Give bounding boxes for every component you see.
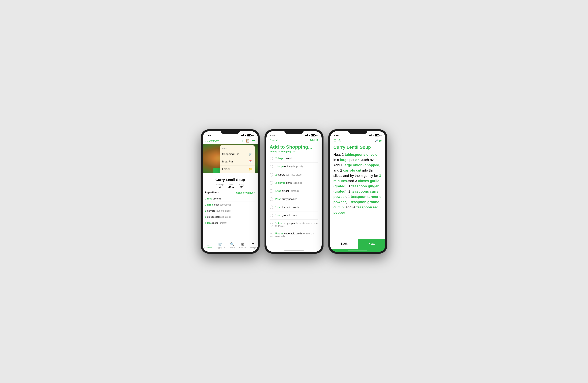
- shopping-nav: Cancel Add 17: [266, 138, 322, 144]
- phone2-content: Cancel Add 17 Add to Shopping... Adding …: [266, 138, 322, 252]
- dropdown-item-meal-plan[interactable]: Meal Plan 📅: [220, 158, 255, 166]
- tab-settings[interactable]: ⚙ Settings: [250, 242, 256, 249]
- checkbox[interactable]: [270, 233, 273, 237]
- tab-cookbook[interactable]: ☰ Cookbook: [205, 242, 212, 249]
- ingredient-item: 1 large onion (chopped): [205, 202, 255, 208]
- battery-fill: [312, 135, 314, 136]
- signal-bar: [240, 136, 241, 136]
- checkbox[interactable]: [270, 165, 273, 168]
- ingredients-header: Ingredients Scale or Convert: [205, 191, 255, 194]
- status-icons-1: ▲ 68: [240, 134, 254, 137]
- next-button[interactable]: Next: [358, 239, 385, 249]
- signal-bars-1: [240, 134, 244, 136]
- recipe-meta: Servings 4 Time 40m Rating 5/5: [205, 184, 255, 189]
- highlight-or: or: [355, 158, 359, 162]
- signal-bar: [241, 135, 242, 136]
- highlight-grated: grated: [335, 184, 345, 188]
- shopping-title: Add to Shopping...: [266, 144, 322, 150]
- checkbox[interactable]: [270, 157, 273, 160]
- tab-mealplan[interactable]: ⊞ Meal Plan: [239, 242, 246, 249]
- dropdown-item-shopping-label: Shopping List: [222, 152, 239, 156]
- settings-icon: ⚙: [252, 242, 255, 246]
- step-counter: 🎤 1/4: [375, 139, 382, 142]
- shopping-subtitle: Adding to Shopping List: [266, 150, 322, 154]
- dropdown-item-folder[interactable]: Folder 📁: [220, 166, 255, 173]
- checkbox[interactable]: [270, 223, 273, 226]
- phone-2: 1:08 ▲ 68 Cancel: [265, 129, 323, 254]
- cooking-toolbar: ☰ ⏱ 🎤 1/4: [330, 138, 385, 144]
- mic-icon: 🎤: [375, 139, 378, 142]
- phone1-content: ‹ Cookbook ⬆ 📋 ••• Add to Shopping List: [203, 138, 258, 252]
- highlight-garlic: cloves garlic: [358, 179, 379, 183]
- tab-shopping-label: Shopping List: [215, 247, 225, 249]
- ingredients-title: Ingredients: [205, 191, 219, 194]
- highlight-grated2: grated: [335, 190, 345, 193]
- signal-bar: [307, 134, 308, 136]
- status-time-2: 1:08: [270, 134, 275, 137]
- signal-bar: [243, 134, 244, 136]
- meta-rating: Rating 5/5: [239, 184, 244, 189]
- recipe-image: Add to Shopping List 🛒 Meal Plan 📅 Folde…: [203, 144, 258, 173]
- checkbox[interactable]: [270, 189, 273, 193]
- ingredients-list-icon[interactable]: ☰: [333, 139, 336, 143]
- meal-plan-icon: 📅: [249, 160, 252, 163]
- tab-shopping[interactable]: 🛒 Shopping List: [215, 242, 225, 249]
- meta-time: Time 40m: [229, 184, 234, 189]
- battery-text-3: 68: [380, 134, 382, 136]
- cookbook-icon: ☰: [207, 242, 210, 246]
- time-label: Time: [229, 184, 234, 186]
- rating-label: Rating: [239, 184, 244, 186]
- checkbox[interactable]: [270, 181, 273, 185]
- wifi-icon-3: ▲: [372, 134, 374, 137]
- share-icon[interactable]: ⬆: [241, 139, 243, 143]
- cooking-icons-left: ☰ ⏱: [333, 139, 341, 143]
- more-icon[interactable]: •••: [252, 139, 255, 143]
- dropdown-item-shopping[interactable]: Shopping List 🛒: [220, 150, 255, 158]
- bottom-tab-bar: ☰ Cookbook 🛒 Shopping List 🔍 Discover ⊞ …: [203, 241, 258, 252]
- shopping-list: 2 tbsp olive oil 1 large onion (chopped)…: [266, 154, 322, 249]
- ingredient-item: 2 tbsp olive oil: [205, 196, 255, 202]
- signal-bar: [370, 135, 371, 136]
- checkbox[interactable]: [270, 173, 273, 176]
- time-value: 40m: [229, 186, 234, 189]
- shopping-item: 1 large onion (chopped): [270, 163, 318, 171]
- scale-convert-button[interactable]: Scale or Convert: [236, 191, 255, 194]
- ingredient-item: 3 cloves garlic (grated): [205, 214, 255, 220]
- back-button[interactable]: Back: [330, 239, 358, 249]
- notch-2: [284, 129, 304, 134]
- home-indicator-2: [266, 249, 322, 252]
- phone-1: 1:08 ▲ 68: [201, 129, 260, 254]
- meta-servings: Servings 4: [216, 184, 224, 189]
- highlight-tablespoons: tablespoons olive oil: [345, 152, 379, 157]
- nav-back-button[interactable]: ‹ Cookbook: [205, 139, 219, 143]
- cancel-button[interactable]: Cancel: [270, 139, 278, 142]
- dropdown-item-mealplan-label: Meal Plan: [222, 160, 234, 163]
- highlight-large: large: [340, 158, 349, 162]
- recipe-details: Curry Lentil Soup Servings 4 Time 40m Ra…: [203, 173, 258, 241]
- tab-discover[interactable]: 🔍 Discover: [229, 242, 235, 249]
- checkbox[interactable]: [270, 206, 273, 209]
- subtitle-start: Adding to: [270, 150, 281, 153]
- battery-2: [311, 134, 315, 136]
- add-recipe-icon[interactable]: 📋: [246, 139, 250, 143]
- phones-container: 1:08 ▲ 68: [201, 129, 387, 254]
- battery-fill: [375, 135, 378, 136]
- highlight-onion: large onion: [344, 163, 363, 167]
- home-indicator-3: [330, 249, 385, 252]
- shopping-item: 2 carrots (cut into discs): [270, 171, 318, 179]
- tab-discover-label: Discover: [229, 247, 235, 249]
- signal-bar: [242, 135, 243, 136]
- signal-bar: [306, 135, 307, 136]
- checkbox[interactable]: [270, 214, 273, 217]
- timer-icon[interactable]: ⏱: [338, 139, 341, 143]
- battery-fill: [248, 135, 250, 136]
- battery-3: [375, 134, 379, 136]
- checkbox[interactable]: [270, 197, 273, 201]
- dropdown-item-folder-label: Folder: [222, 168, 230, 171]
- add-button[interactable]: Add 17: [309, 139, 318, 142]
- highlight-chopped: chopped: [365, 163, 379, 167]
- battery-1: [247, 134, 252, 136]
- dropdown-menu: Add to Shopping List 🛒 Meal Plan 📅 Folde…: [220, 145, 255, 173]
- signal-bar: [304, 136, 305, 136]
- highlight-ginger: teaspoon ginger: [351, 184, 378, 188]
